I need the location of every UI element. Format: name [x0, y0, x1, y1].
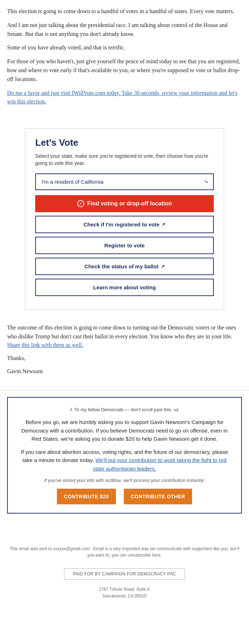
footer-address: 1787 Tribute Road, Suite K Sacramento, C… — [0, 586, 249, 607]
signature: Gavin Newsom — [7, 367, 242, 376]
check-registered-button[interactable]: Check if I'm registered to vote ↗ — [35, 216, 214, 233]
donation-box: i To my fellow Democrats — don't scroll … — [7, 397, 242, 514]
intro-section: This election is going to come down to a… — [0, 0, 249, 115]
contribute-20-button[interactable]: CONTRIBUTE $20 — [57, 489, 116, 504]
contribute-buttons-row: CONTRIBUTE $20 CONTRIBUTE OTHER — [18, 489, 231, 504]
section-divider — [0, 390, 249, 391]
intro-p4: For those of you who haven't, just give … — [7, 57, 242, 84]
register-to-vote-button[interactable]: Register to vote — [35, 237, 214, 254]
outro-p1: The outcome of this election is going to… — [7, 323, 242, 350]
intro-p3: Some of you have already voted, and that… — [7, 43, 242, 52]
thanks-text: Thanks, — [7, 354, 242, 363]
share-link[interactable]: Share this link with them as well. — [7, 342, 83, 348]
intro-p1: This election is going to come down to a… — [7, 7, 242, 16]
state-select[interactable]: I'm a resident of California I'm a resid… — [35, 173, 214, 190]
donation-body1: Before you go, we are humbly asking you … — [18, 418, 231, 443]
footer-email-text: This email was sent to xxxxxx@gmail.com … — [7, 546, 242, 558]
actblue-note: If you've stored your info with ActBlue,… — [18, 478, 231, 483]
iwillvote-link[interactable]: Do me a favor and just visit IWillVote.c… — [7, 90, 238, 105]
paid-for-box: PAID FOR BY CAMPAIGN FOR DEMOCRACY PAC — [64, 568, 185, 580]
outro-section: The outcome of this election is going to… — [0, 316, 249, 384]
donation-link[interactable]: We'll put your contribution to work taki… — [93, 457, 227, 471]
find-location-button[interactable]: ✓ Find voting or drop-off location — [35, 195, 214, 212]
learn-more-button[interactable]: Learn more about voting — [35, 279, 214, 296]
intro-p2: And I am not just talking about the pres… — [7, 21, 242, 39]
lets-vote-widget: Let's Vote Select your state, make sure … — [25, 128, 224, 310]
info-icon: i — [70, 407, 72, 412]
checkmark-icon: ✓ — [77, 200, 84, 207]
external-link-icon-2: ↗ — [161, 264, 165, 269]
paid-for-wrapper: PAID FOR BY CAMPAIGN FOR DEMOCRACY PAC — [0, 565, 249, 583]
contribute-other-button[interactable]: CONTRIBUTE OTHER — [124, 489, 192, 504]
donation-body2: If you care about abortion access, votin… — [18, 448, 231, 473]
external-link-icon: ↗ — [161, 222, 165, 227]
address-line1: 1787 Tribute Road, Suite K — [0, 586, 249, 593]
donation-info-line: i To my fellow Democrats — don't scroll … — [18, 406, 231, 413]
lets-vote-title: Let's Vote — [35, 137, 214, 148]
footer-email-info: This email was sent to xxxxxx@gmail.com … — [0, 535, 249, 562]
state-select-wrapper: I'm a resident of California I'm a resid… — [35, 173, 214, 190]
address-line2: Sacramento, CA 95815 — [0, 593, 249, 600]
spacer — [0, 521, 249, 535]
lets-vote-subtitle: Select your state, make sure you're regi… — [35, 152, 214, 167]
check-ballot-button[interactable]: Check the status of my ballot ↗ — [35, 258, 214, 275]
